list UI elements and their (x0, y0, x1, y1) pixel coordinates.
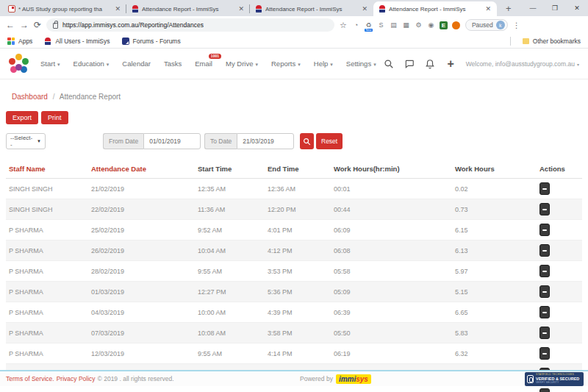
extension-icon[interactable]: ▦ (402, 21, 410, 29)
cell-work-hours: 6.13 (452, 240, 537, 261)
folder-icon (523, 38, 529, 44)
cell-actions (537, 282, 582, 302)
page-content: Dashboard / Attendance Report Export Pri… (0, 79, 588, 392)
column-header[interactable]: Start Time (195, 160, 265, 179)
cell-start-time: 12:35 AM (195, 179, 265, 199)
column-header[interactable]: Attendance Date (88, 160, 195, 179)
tab-close-icon[interactable]: ✕ (237, 5, 245, 13)
maximize-button[interactable]: ❐ (544, 4, 566, 12)
minimize-button[interactable]: — (522, 4, 544, 12)
nav-item-calendar[interactable]: Calendar (122, 60, 151, 68)
extension-icon[interactable]: ● (452, 21, 460, 29)
refresh-icon[interactable]: ⟳ (34, 21, 41, 29)
browser-tab[interactable]: Attendance Report - ImmiSys✕ (126, 1, 250, 16)
copyright-text: © 2019 . all rights reserved. (98, 375, 174, 382)
row-action-button[interactable] (539, 182, 550, 195)
row-action-button[interactable] (539, 224, 550, 236)
export-button[interactable]: Export (6, 111, 38, 124)
nav-item-settings[interactable]: Settings (346, 60, 376, 68)
row-action-button[interactable] (539, 327, 550, 339)
url-field[interactable]: https://app.immisys.com.au/Reporting/Att… (46, 18, 334, 32)
cell-actions (537, 220, 582, 240)
sync-paused-chip[interactable]: Paused k (465, 19, 508, 31)
cell-attendance-date: 04/03/2019 (88, 302, 195, 323)
from-date-input[interactable] (143, 133, 201, 149)
other-bookmarks-label: Other bookmarks (533, 38, 581, 45)
add-new-icon[interactable]: + (445, 58, 456, 69)
breadcrumb-dashboard-link[interactable]: Dashboard (12, 93, 48, 101)
nav-item-label: Help (314, 60, 329, 68)
search-button[interactable] (300, 133, 314, 149)
row-action-button[interactable] (539, 203, 550, 215)
nav-item-my-drive[interactable]: My Drive (226, 60, 258, 68)
row-action-button[interactable] (539, 388, 550, 392)
verified-secured-seal[interactable]: STARFIELD TECHNOLOGIES VERIFIED & SECURE… (525, 372, 584, 386)
chat-icon[interactable] (404, 58, 415, 69)
extension-icon[interactable]: ▤ (390, 21, 398, 29)
reset-button[interactable]: Reset (316, 133, 343, 149)
seal-verify: VERIFY SECURITY (536, 382, 579, 385)
forward-icon[interactable]: → (20, 21, 29, 29)
email-count-badge: 1001 (209, 54, 221, 59)
row-action-button[interactable] (539, 285, 550, 298)
to-date-input[interactable] (237, 133, 294, 149)
back-icon[interactable]: ← (6, 21, 15, 29)
cell-work-hours-hrmin: 06:09 (331, 220, 452, 240)
extension-icon[interactable]: ◔ (352, 21, 360, 29)
privacy-link[interactable]: Privacy Policy (57, 375, 96, 382)
table-row: P SHARMA07/03/201910:08 AM3:58 PM05:505.… (6, 323, 582, 343)
nav-item-reports[interactable]: Reports (271, 60, 301, 68)
cell-start-time: 10:00 AM (195, 302, 265, 323)
welcome-user-menu[interactable]: Welcome, info@ausstudygroup.com.au (466, 60, 579, 68)
attendance-table-head-row: Staff NameAttendance DateStart TimeEnd T… (6, 160, 582, 179)
staff-select-dropdown[interactable]: --Select-- ▼ (6, 133, 46, 149)
cell-actions (537, 199, 582, 220)
table-row: SINGH SINGH22/02/201911:36 AM12:20 PM00:… (6, 199, 582, 220)
nav-item-label: Start (40, 60, 55, 68)
nav-item-start[interactable]: Start (40, 60, 60, 68)
search-icon[interactable] (384, 58, 395, 69)
app-logo[interactable] (9, 54, 29, 74)
nav-item-email[interactable]: Email1001 (195, 60, 212, 68)
nav-item-tasks[interactable]: Tasks (164, 60, 182, 68)
row-action-button[interactable] (539, 244, 550, 257)
close-button[interactable]: ✕ (566, 4, 588, 12)
browser-tab[interactable]: * AUS Study group reporting tha✕ (3, 1, 126, 16)
bookmark-item[interactable]: Forums - Forums (122, 38, 181, 45)
browser-tab[interactable]: Attendance Report - ImmiSys✕ (373, 1, 497, 16)
cell-attendance-date: 26/02/2019 (88, 240, 195, 261)
cell-work-hours: 0.73 (452, 199, 537, 220)
terms-link[interactable]: Terms of Service. (6, 375, 54, 382)
column-header[interactable]: Work Hours(hr:min) (331, 160, 452, 179)
nav-item-education[interactable]: Education (74, 60, 110, 68)
extension-icon[interactable]: ♻New (365, 21, 373, 29)
extension-icon[interactable]: S (377, 21, 385, 29)
row-action-button[interactable] (539, 265, 550, 277)
tab-close-icon[interactable]: ✕ (114, 5, 121, 13)
column-header[interactable]: Actions (537, 160, 582, 179)
extension-icon[interactable]: E (440, 21, 448, 29)
browser-tab[interactable]: Attendance Report - ImmiSys✕ (250, 1, 373, 16)
tab-close-icon[interactable]: ✕ (484, 5, 492, 13)
tab-close-icon[interactable]: ✕ (361, 5, 368, 13)
cell-staff-name: P SHARMA (6, 302, 88, 323)
new-tab-button[interactable]: + (503, 1, 514, 16)
extension-icon[interactable]: ⚙ (415, 21, 423, 29)
column-header[interactable]: Staff Name (6, 160, 88, 179)
bookmark-star-icon[interactable]: ☆ (340, 21, 347, 30)
column-header[interactable]: Work Hours (452, 160, 537, 179)
row-action-button[interactable] (539, 347, 550, 360)
header-actions: + Welcome, info@ausstudygroup.com.au (384, 58, 579, 69)
bookmark-item[interactable]: Apps (7, 38, 32, 45)
cell-attendance-date: 12/03/2019 (88, 343, 195, 364)
print-button[interactable]: Print (41, 111, 68, 124)
row-action-button[interactable] (539, 306, 550, 318)
other-bookmarks[interactable]: Other bookmarks (523, 38, 581, 45)
bookmark-item[interactable]: All Users - ImmiSys (44, 38, 110, 45)
column-header[interactable]: End Time (265, 160, 331, 179)
cell-work-hours-hrmin: 06:19 (331, 343, 452, 364)
nav-item-help[interactable]: Help (314, 60, 333, 68)
browser-menu-icon[interactable]: ⋮ (513, 21, 520, 29)
notifications-bell-icon[interactable] (425, 58, 436, 69)
extension-icon[interactable]: ◉ (427, 21, 435, 29)
